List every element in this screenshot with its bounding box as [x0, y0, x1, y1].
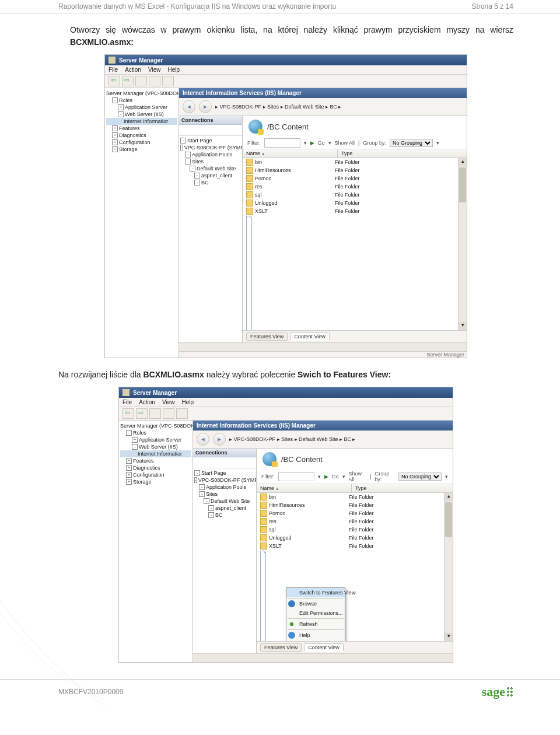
conn-tree-item[interactable]: -Start Page: [194, 470, 255, 477]
file-list[interactable]: binFile FolderHtmlResourcesFile FolderPo…: [243, 158, 458, 330]
file-row[interactable]: AbsoluteStart.aspxASP.NET Server Page: [257, 550, 444, 641]
tree-item[interactable]: Internet Informatior: [106, 118, 177, 125]
file-row[interactable]: XSLTFile Folder: [257, 542, 444, 550]
file-row[interactable]: resFile Folder: [243, 183, 458, 191]
conn-tree-item[interactable]: -BC: [180, 179, 241, 186]
tree-item[interactable]: -Web Server (IIS): [120, 443, 191, 450]
iis-breadcrumb[interactable]: ◄ ► ▸ VPC-S08DOK-PF ▸ Sites ▸ Default We…: [179, 98, 467, 116]
vertical-scrollbar[interactable]: ▴ ▾: [458, 158, 467, 330]
menu-view[interactable]: View: [162, 399, 175, 405]
forward-icon[interactable]: [136, 408, 148, 419]
connections-tool-icon[interactable]: [181, 126, 190, 134]
context-menu[interactable]: Switch to Features View Browse Edit Perm…: [286, 587, 345, 641]
file-row[interactable]: UnloggedFile Folder: [243, 199, 458, 207]
list-header[interactable]: Name ▴ Type: [257, 484, 453, 493]
file-row[interactable]: AbsoluteStart.aspxASP.NET Server Page: [243, 215, 458, 330]
nav-back-icon[interactable]: ◄: [197, 433, 209, 446]
file-list[interactable]: binFile FolderHtmlResourcesFile FolderPo…: [257, 493, 444, 641]
tree-item[interactable]: Internet Informatior: [120, 450, 191, 457]
groupby-select[interactable]: No Grouping: [398, 473, 442, 481]
view-tabs[interactable]: Features View Content View: [257, 641, 453, 653]
toolbar-button[interactable]: [163, 408, 174, 419]
file-row[interactable]: PomocFile Folder: [257, 509, 444, 517]
tree-item[interactable]: -Web Server (IIS): [106, 111, 177, 118]
features-view-tab[interactable]: Features View: [246, 332, 288, 341]
tree-item[interactable]: -Roles: [120, 429, 191, 436]
menu-action[interactable]: Action: [139, 399, 155, 405]
file-row[interactable]: binFile Folder: [257, 493, 444, 501]
server-tree[interactable]: Server Manager (VPC-S08DOK-P-Roles+Appli…: [105, 88, 179, 358]
connections-tree[interactable]: -Start Page-VPC-S08DOK-PF (SYMFONI-Appli…: [179, 136, 242, 342]
tree-item[interactable]: +Configuration: [106, 139, 177, 146]
conn-tree-item[interactable]: -aspnet_client: [194, 505, 255, 512]
connections-tool-icon[interactable]: [225, 459, 233, 467]
horizontal-scrollbar[interactable]: [179, 342, 467, 351]
conn-tree-item[interactable]: -Start Page: [180, 137, 241, 144]
tree-item[interactable]: +Features: [106, 125, 177, 132]
ctx-browse[interactable]: Browse: [286, 599, 345, 608]
toolbar-button[interactable]: [149, 408, 161, 419]
toolbar-button[interactable]: [135, 76, 147, 86]
nav-back-icon[interactable]: ◄: [183, 100, 195, 113]
back-icon[interactable]: [123, 408, 134, 419]
conn-tree-item[interactable]: -Sites: [194, 491, 255, 498]
nav-fwd-icon[interactable]: ►: [199, 100, 212, 113]
conn-tree-item[interactable]: -VPC-S08DOK-PF (SYMFONI: [194, 477, 255, 484]
filter-input[interactable]: [264, 138, 300, 148]
conn-tree-item[interactable]: -Default Web Site: [194, 498, 255, 505]
tree-item[interactable]: +Features: [120, 457, 191, 464]
file-row[interactable]: sqlFile Folder: [243, 191, 458, 199]
conn-tree-item[interactable]: -Application Pools: [194, 484, 255, 491]
file-row[interactable]: PomocFile Folder: [243, 174, 458, 183]
ctx-switch-features[interactable]: Switch to Features View: [286, 588, 345, 597]
tree-item[interactable]: +Storage: [106, 146, 177, 153]
conn-tree-item[interactable]: -VPC-S08DOK-PF (SYMFONI: [180, 144, 241, 151]
tree-item[interactable]: +Diagnostics: [106, 132, 177, 139]
menu-view[interactable]: View: [148, 66, 161, 73]
groupby-select[interactable]: No Grouping: [390, 139, 433, 147]
tree-item[interactable]: +Diagnostics: [120, 464, 191, 471]
file-row[interactable]: HtmlResourcesFile Folder: [243, 166, 458, 174]
content-view-tab[interactable]: Content View: [304, 643, 343, 652]
connections-tool-icon[interactable]: [201, 126, 209, 134]
conn-tree-item[interactable]: -BC: [194, 512, 255, 519]
connections-tool-icon[interactable]: [195, 459, 204, 467]
connections-tool-icon[interactable]: [191, 126, 200, 134]
connections-tool-icon[interactable]: [211, 126, 219, 134]
tree-item[interactable]: +Application Server: [120, 436, 191, 443]
conn-tree-item[interactable]: -Sites: [180, 158, 241, 165]
view-tabs[interactable]: Features View Content View: [243, 330, 467, 342]
help-icon[interactable]: [176, 408, 188, 419]
tree-item[interactable]: +Storage: [120, 478, 191, 485]
menu-action[interactable]: Action: [125, 66, 141, 73]
connections-tool-icon[interactable]: [205, 459, 214, 467]
toolbar-button[interactable]: [149, 76, 160, 86]
conn-tree-item[interactable]: -aspnet_client: [180, 172, 241, 179]
connections-tool-icon[interactable]: [215, 459, 223, 467]
features-view-tab[interactable]: Features View: [260, 643, 302, 652]
horizontal-scrollbar[interactable]: [193, 653, 453, 662]
file-row[interactable]: UnloggedFile Folder: [257, 534, 444, 542]
content-view-tab[interactable]: Content View: [290, 332, 329, 341]
file-row[interactable]: XSLTFile Folder: [243, 207, 458, 215]
back-icon[interactable]: [108, 76, 120, 86]
menu-file[interactable]: File: [123, 399, 132, 405]
file-row[interactable]: binFile Folder: [243, 158, 458, 166]
help-icon[interactable]: [162, 76, 174, 86]
ctx-online-help[interactable]: Online Help: [286, 640, 345, 641]
iis-breadcrumb[interactable]: ◄ ► ▸ VPC-S08DOK-PF ▸ Sites ▸ Default We…: [193, 430, 453, 449]
tree-item[interactable]: +Configuration: [120, 471, 191, 478]
file-row[interactable]: HtmlResourcesFile Folder: [257, 501, 444, 509]
menu-file[interactable]: File: [108, 66, 118, 73]
conn-tree-item[interactable]: -Application Pools: [180, 151, 241, 158]
file-row[interactable]: sqlFile Folder: [257, 526, 444, 534]
ctx-edit-permissions[interactable]: Edit Permissions...: [286, 608, 345, 618]
server-tree[interactable]: Server Manager (VPC-S08DOK-P-Roles+Appli…: [119, 421, 193, 662]
forward-icon[interactable]: [122, 76, 134, 86]
filter-input[interactable]: [278, 472, 314, 481]
tree-item[interactable]: -Roles: [106, 97, 177, 104]
tree-item[interactable]: +Application Server: [106, 104, 177, 111]
file-row[interactable]: resFile Folder: [257, 517, 444, 526]
tree-item[interactable]: Server Manager (VPC-S08DOK-P: [120, 422, 191, 429]
list-header[interactable]: Name ▴ Type: [243, 149, 467, 158]
